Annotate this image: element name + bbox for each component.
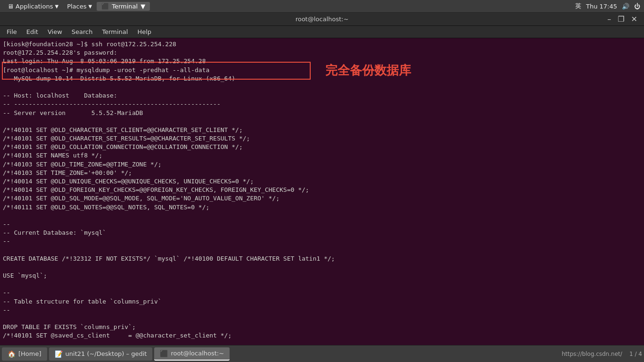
- places-arrow: ▼: [88, 4, 92, 9]
- menu-terminal[interactable]: Terminal: [98, 27, 132, 36]
- terminal-line: /*!40014 SET @OLD_UNIQUE_CHECKS=@@UNIQUE…: [3, 177, 641, 186]
- terminal-line: -- MySQL dump 10.14 Distrib 5.5.52-Maria…: [3, 74, 641, 83]
- terminal-line: CREATE DATABASE /*!32312 IF NOT EXISTS*/…: [3, 255, 641, 263]
- power-icon[interactable]: ⏻: [634, 3, 640, 10]
- taskbar-gedit[interactable]: 📝 unit21 (~/Desktop) – gedit: [49, 347, 153, 361]
- terminal-line: /*!40101 SET @OLD_CHARACTER_SET_CLIENT=@…: [3, 126, 641, 134]
- language-indicator[interactable]: 英: [575, 2, 581, 10]
- terminal-taskbar-label: root@localhost:~: [171, 350, 224, 357]
- terminal-line: [3, 263, 641, 272]
- terminal-line: /*!40101 SET @saved_cs_client = @@charac…: [3, 331, 641, 340]
- terminal-lines: [kiosk@foundation28 ~]$ ssh root@172.25.…: [3, 40, 641, 340]
- terminal-line: /*!40101 SET NAMES utf8 */;: [3, 151, 641, 160]
- home-label: [Home]: [18, 350, 41, 357]
- system-bar: 🖥 Applications ▼ Places ▼ ⬛ Terminal ▼ 英…: [0, 0, 644, 13]
- terminal-label: Terminal: [112, 3, 138, 10]
- terminal-line: /*!40103 SET TIME_ZONE='+00:00' */;: [3, 169, 641, 177]
- terminal-arrow: ▼: [140, 3, 145, 10]
- window-title: root@localhost:~: [296, 16, 349, 23]
- annotation-text: 完全备份数据库: [325, 62, 411, 79]
- terminal-line: --: [3, 237, 641, 246]
- taskbar-home[interactable]: 🏠 [Home]: [2, 347, 47, 361]
- places-label: Places: [67, 3, 86, 10]
- terminal-content[interactable]: 完全备份数据库 [kiosk@foundation28 ~]$ ssh root…: [0, 38, 644, 345]
- page-info: 1 / 4: [629, 351, 642, 357]
- terminal-line: [3, 83, 641, 91]
- menu-file[interactable]: File: [3, 27, 21, 36]
- maximize-button[interactable]: ❐: [616, 15, 626, 24]
- menu-view[interactable]: View: [44, 27, 66, 36]
- system-bar-right: 英 Thu 17:45 🔊 ⏻: [575, 2, 640, 10]
- terminal-line: [root@localhost ~]# mysqldump -uroot -pr…: [3, 66, 641, 74]
- menu-help[interactable]: Help: [133, 27, 155, 36]
- menu-edit[interactable]: Edit: [23, 27, 42, 36]
- terminal-line: -- -------------------------------------…: [3, 100, 641, 108]
- terminal-line: --: [3, 288, 641, 297]
- applications-menu[interactable]: 🖥 Applications ▼: [4, 2, 62, 11]
- applications-label: Applications: [16, 3, 53, 10]
- terminal-line: -- Table structure for table `columns_pr…: [3, 297, 641, 306]
- terminal-line: DROP TABLE IF EXISTS `columns_priv`;: [3, 323, 641, 331]
- taskbar-right: https://blog.csdn.net/ 1 / 4: [561, 351, 642, 357]
- terminal-line: root@172.25.254.228's password:: [3, 49, 641, 57]
- terminal-line: /*!40101 SET @OLD_COLLATION_CONNECTION=@…: [3, 143, 641, 151]
- terminal-line: -- Current Database: `mysql`: [3, 229, 641, 237]
- watermark: https://blog.csdn.net/: [561, 351, 622, 357]
- terminal-line: [3, 314, 641, 323]
- close-button[interactable]: ✕: [629, 15, 639, 24]
- terminal-line: /*!40014 SET @OLD_FOREIGN_KEY_CHECKS=@@F…: [3, 186, 641, 194]
- applications-icon: 🖥: [8, 3, 14, 10]
- terminal-taskbar-icon: ⬛: [160, 350, 168, 357]
- datetime-display: Thu 17:45: [586, 3, 617, 10]
- terminal-line: --: [3, 306, 641, 314]
- menu-bar: File Edit View Search Terminal Help: [0, 26, 644, 38]
- home-icon: 🏠: [8, 350, 16, 358]
- title-bar: root@localhost:~ – ❐ ✕: [0, 13, 644, 26]
- terminal-line: /*!40101 SET @OLD_CHARACTER_SET_RESULTS=…: [3, 134, 641, 143]
- terminal-window: root@localhost:~ – ❐ ✕ File Edit View Se…: [0, 13, 644, 345]
- terminal-line: -- Host: localhost Database:: [3, 91, 641, 100]
- terminal-line: [kiosk@foundation28 ~]$ ssh root@172.25.…: [3, 40, 641, 49]
- gedit-label: unit21 (~/Desktop) – gedit: [66, 350, 147, 357]
- terminal-line: /*!40103 SET @OLD_TIME_ZONE=@@TIME_ZONE …: [3, 160, 641, 169]
- volume-icon[interactable]: 🔊: [622, 3, 629, 10]
- terminal-line: [3, 117, 641, 126]
- applications-arrow: ▼: [55, 4, 58, 9]
- terminal-line: -- Server version 5.5.52-MariaDB: [3, 109, 641, 117]
- window-controls: – ❐ ✕: [605, 15, 639, 24]
- terminal-line: --: [3, 220, 641, 229]
- terminal-line: /*!40101 SET @OLD_SQL_MODE=@@SQL_MODE, S…: [3, 194, 641, 203]
- minimize-button[interactable]: –: [605, 15, 613, 24]
- places-menu[interactable]: Places ▼: [63, 2, 96, 11]
- system-bar-left: 🖥 Applications ▼ Places ▼ ⬛ Terminal ▼: [4, 2, 150, 11]
- menu-search[interactable]: Search: [68, 27, 97, 36]
- terminal-line: [3, 212, 641, 220]
- terminal-line: Last login: Thu Aug 8 05:03:06 2019 from…: [3, 57, 641, 66]
- terminal-icon: ⬛: [101, 3, 109, 10]
- taskbar-terminal[interactable]: ⬛ root@localhost:~: [154, 347, 230, 361]
- terminal-line: USE `mysql`;: [3, 272, 641, 280]
- terminal-menu[interactable]: ⬛ Terminal ▼: [97, 2, 150, 11]
- terminal-line: [3, 246, 641, 255]
- taskbar: 🏠 [Home] 📝 unit21 (~/Desktop) – gedit ⬛ …: [0, 345, 644, 362]
- gedit-icon: 📝: [55, 350, 63, 358]
- terminal-line: /*!40111 SET @OLD_SQL_NOTES=@@SQL_NOTES,…: [3, 203, 641, 212]
- terminal-line: [3, 280, 641, 288]
